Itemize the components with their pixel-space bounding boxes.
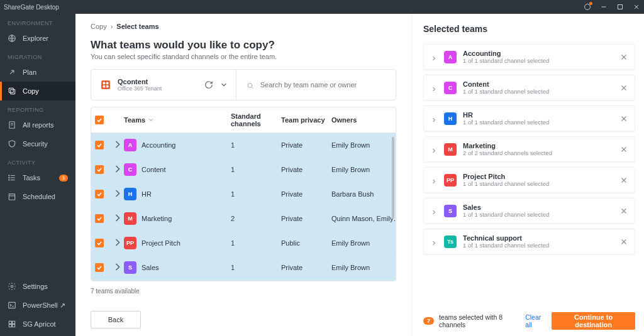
badge: 3: [59, 175, 68, 182]
svg-rect-29: [103, 85, 106, 88]
row-checkbox[interactable]: [95, 214, 104, 223]
globe-icon: [8, 34, 16, 43]
remove-icon[interactable]: [619, 145, 628, 154]
col-owners[interactable]: Owners: [331, 116, 357, 124]
sidebar-item-security[interactable]: Security: [0, 134, 75, 153]
selected-item: PPProject Pitch1 of 1 standard channel s…: [423, 167, 635, 193]
maximize-button[interactable]: [616, 3, 624, 11]
sidebar-item-plan[interactable]: Plan: [0, 63, 75, 82]
expand-icon[interactable]: [111, 169, 124, 176]
expand-icon[interactable]: [430, 115, 438, 122]
remove-icon[interactable]: [619, 207, 628, 215]
table-row[interactable]: PPProject Pitch1PublicEmily Brown: [91, 231, 396, 256]
expand-icon[interactable]: [430, 84, 438, 92]
expand-icon[interactable]: [430, 146, 438, 153]
team-avatar: PP: [124, 237, 136, 249]
table-row[interactable]: MMarketing2PrivateQuinn Mason, Emily Bro: [91, 207, 396, 231]
table-row[interactable]: HHR1PrivateBarbara Bush: [91, 182, 396, 207]
sidebar-item-sg-apricot[interactable]: SG Apricot: [0, 315, 75, 333]
sidebar: ENVIRONMENTExplorerMIGRATIONPlanCopyREPO…: [0, 14, 75, 336]
tasks-icon: [8, 173, 16, 182]
sidebar-item-tasks[interactable]: Tasks3: [0, 168, 75, 187]
expand-icon[interactable]: [430, 53, 438, 61]
col-teams[interactable]: Teams: [124, 116, 145, 124]
expand-icon[interactable]: [111, 267, 124, 274]
row-checkbox[interactable]: [95, 141, 104, 149]
col-privacy[interactable]: Team privacy: [281, 116, 325, 124]
expand-icon[interactable]: [111, 218, 124, 225]
sidebar-item-scheduled[interactable]: Scheduled: [0, 187, 75, 206]
expand-icon[interactable]: [111, 193, 124, 201]
sidebar-item-powershell-[interactable]: PowerShell ↗: [0, 296, 75, 315]
sidebar-item-explorer[interactable]: Explorer: [0, 29, 75, 48]
teams-available: 7 teams available: [91, 288, 396, 295]
col-channels[interactable]: Standard channels: [231, 112, 281, 127]
select-all-checkbox[interactable]: [95, 116, 104, 124]
main: Copy › Select teams What teams would you…: [75, 14, 644, 336]
row-checkbox[interactable]: [95, 263, 104, 272]
selected-sub: 1 of 1 standard channel selected: [463, 57, 549, 64]
row-checkbox[interactable]: [95, 190, 104, 198]
team-name: Marketing: [142, 215, 172, 222]
selected-item: MMarketing2 of 2 standard channels selec…: [423, 136, 635, 162]
team-avatar: H: [124, 188, 136, 200]
search-input[interactable]: [260, 81, 386, 89]
remove-icon[interactable]: [619, 176, 628, 185]
clear-all-link[interactable]: Clear all: [525, 313, 547, 328]
svg-rect-26: [101, 80, 110, 89]
expand-icon[interactable]: [430, 238, 438, 246]
table-row[interactable]: AAccounting1PrivateEmily Brown: [91, 133, 396, 158]
terminal-icon: [8, 301, 16, 310]
sidebar-item-all-reports[interactable]: All reports: [0, 116, 75, 134]
selected-item: SSales1 of 1 standard channel selected: [423, 198, 635, 224]
table-row[interactable]: SSales1PrivateEmily Brown: [91, 256, 396, 280]
refresh-icon[interactable]: [204, 80, 213, 89]
expand-icon[interactable]: [430, 207, 438, 215]
team-avatar: C: [444, 82, 457, 94]
sidebar-item-label: PowerShell ↗: [23, 301, 65, 310]
back-button[interactable]: Back: [91, 311, 141, 328]
close-button[interactable]: [633, 3, 640, 11]
svg-rect-22: [9, 321, 11, 323]
chevron-down-icon[interactable]: [219, 80, 228, 89]
row-checkbox[interactable]: [95, 239, 104, 247]
continue-button[interactable]: Continue to destination: [552, 312, 635, 330]
team-avatar: M: [124, 212, 136, 225]
sort-icon[interactable]: [148, 117, 154, 123]
calendar-icon: [8, 192, 16, 201]
team-avatar: A: [124, 139, 136, 151]
team-avatar: Ts: [444, 236, 457, 248]
remove-icon[interactable]: [619, 84, 628, 92]
svg-rect-2: [618, 5, 623, 9]
sidebar-item-settings[interactable]: Settings: [0, 277, 75, 296]
channels-count: 2: [231, 215, 281, 222]
remove-icon[interactable]: [619, 53, 628, 62]
expand-icon[interactable]: [430, 176, 438, 184]
team-avatar: A: [444, 51, 457, 63]
selected-item: AAccounting1 of 1 standard channel selec…: [423, 44, 635, 70]
remove-icon[interactable]: [619, 237, 628, 246]
svg-point-15: [9, 177, 9, 178]
svg-rect-17: [9, 194, 14, 200]
expand-icon[interactable]: [111, 144, 124, 152]
selected-name: Sales: [463, 203, 549, 211]
sidebar-section-label: REPORTING: [0, 100, 75, 116]
minimize-button[interactable]: [600, 3, 608, 11]
selected-footer: 7 teams selected with 8 channels Clear a…: [423, 306, 635, 330]
expand-icon[interactable]: [111, 242, 124, 250]
sidebar-item-copy[interactable]: Copy: [0, 82, 75, 100]
remove-icon[interactable]: [619, 114, 628, 123]
team-avatar: C: [124, 163, 136, 176]
notifications-icon[interactable]: [584, 3, 591, 11]
scrollbar[interactable]: [392, 137, 394, 219]
sidebar-section-label: MIGRATION: [0, 48, 75, 63]
table-row[interactable]: CContent1PrivateEmily Brown: [91, 158, 396, 182]
breadcrumb-parent[interactable]: Copy: [91, 23, 107, 30]
sidebar-item-label: Scheduled: [23, 193, 55, 200]
table-row[interactable]: TsTechnical support1PrivateQuinn Mason: [91, 280, 396, 281]
team-privacy: Private: [281, 190, 331, 198]
selected-name: Marketing: [463, 142, 552, 149]
row-checkbox[interactable]: [95, 165, 104, 174]
team-privacy: Private: [281, 215, 331, 222]
team-name: Sales: [142, 264, 159, 271]
